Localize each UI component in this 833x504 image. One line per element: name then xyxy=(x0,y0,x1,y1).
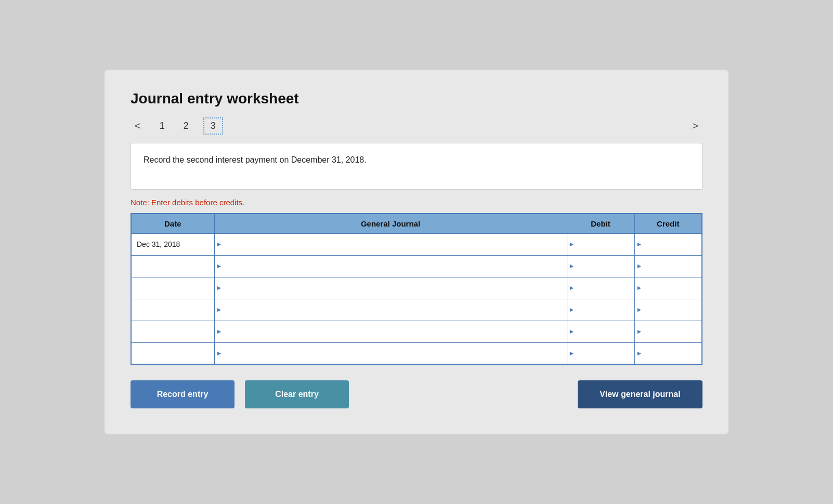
date-cell-5 xyxy=(131,321,214,342)
view-general-journal-button[interactable]: View general journal xyxy=(578,380,702,408)
debit-input-6[interactable] xyxy=(571,343,630,364)
journal-cell-4[interactable]: ► xyxy=(214,299,567,321)
cell-arrow-4: ► xyxy=(216,306,223,313)
date-cell-3 xyxy=(131,277,214,299)
credit-input-2[interactable] xyxy=(639,256,698,277)
journal-input-4[interactable] xyxy=(219,299,563,321)
tab-2[interactable]: 2 xyxy=(179,118,193,134)
debit-arrow-2: ► xyxy=(569,262,575,270)
debit-input-2[interactable] xyxy=(571,256,630,277)
journal-cell-3[interactable]: ► xyxy=(214,277,567,299)
tab-1[interactable]: 1 xyxy=(155,118,169,134)
debit-arrow-5: ► xyxy=(569,328,575,335)
table-header-row: Date General Journal Debit Credit xyxy=(131,214,702,234)
debit-input-3[interactable] xyxy=(571,277,630,299)
debit-arrow-3: ► xyxy=(569,284,575,291)
tab-3[interactable]: 3 xyxy=(203,117,223,135)
header-date: Date xyxy=(131,214,214,234)
credit-input-6[interactable] xyxy=(639,343,698,364)
credit-arrow-3: ► xyxy=(636,284,643,291)
date-cell-6 xyxy=(131,342,214,364)
journal-input-5[interactable] xyxy=(219,321,563,342)
debit-cell-3[interactable]: ► xyxy=(567,277,634,299)
header-debit: Debit xyxy=(567,214,634,234)
debit-input-4[interactable] xyxy=(571,299,630,321)
journal-input-1[interactable] xyxy=(219,234,563,255)
credit-cell-4[interactable]: ► xyxy=(634,299,702,321)
debit-cell-6[interactable]: ► xyxy=(567,342,634,364)
credit-arrow-1: ► xyxy=(636,241,643,248)
credit-cell-2[interactable]: ► xyxy=(634,255,702,277)
table-row: Dec 31, 2018 ► ► ► xyxy=(131,233,702,255)
journal-input-2[interactable] xyxy=(219,256,563,277)
table-row: ► ► ► xyxy=(131,255,702,277)
cell-arrow-6: ► xyxy=(216,350,223,357)
credit-cell-3[interactable]: ► xyxy=(634,277,702,299)
cell-arrow-2: ► xyxy=(216,262,223,270)
debit-cell-2[interactable]: ► xyxy=(567,255,634,277)
credit-cell-6[interactable]: ► xyxy=(634,342,702,364)
credit-arrow-2: ► xyxy=(636,262,643,270)
main-container: Journal entry worksheet < 1 2 3 > Record… xyxy=(105,70,728,435)
debit-cell-4[interactable]: ► xyxy=(567,299,634,321)
credit-arrow-6: ► xyxy=(636,350,643,357)
table-row: ► ► ► xyxy=(131,277,702,299)
instruction-text: Record the second interest payment on De… xyxy=(144,154,689,166)
journal-cell-2[interactable]: ► xyxy=(214,255,567,277)
instruction-box: Record the second interest payment on De… xyxy=(131,143,702,190)
prev-arrow[interactable]: < xyxy=(131,118,145,134)
table-row: ► ► ► xyxy=(131,342,702,364)
tab-nav: < 1 2 3 > xyxy=(131,117,702,135)
debit-cell-5[interactable]: ► xyxy=(567,321,634,342)
credit-input-5[interactable] xyxy=(639,321,698,342)
journal-cell-5[interactable]: ► xyxy=(214,321,567,342)
cell-arrow-3: ► xyxy=(216,284,223,291)
next-arrow[interactable]: > xyxy=(688,118,702,134)
date-cell-4 xyxy=(131,299,214,321)
header-general-journal: General Journal xyxy=(214,214,567,234)
debit-arrow-6: ► xyxy=(569,350,575,357)
credit-arrow-4: ► xyxy=(636,306,643,313)
note-text: Note: Enter debits before credits. xyxy=(131,198,702,207)
record-entry-button[interactable]: Record entry xyxy=(131,380,235,408)
debit-input-1[interactable] xyxy=(571,234,630,255)
date-cell-1: Dec 31, 2018 xyxy=(131,233,214,255)
journal-input-3[interactable] xyxy=(219,277,563,299)
credit-input-4[interactable] xyxy=(639,299,698,321)
journal-table: Date General Journal Debit Credit Dec 31… xyxy=(131,213,702,365)
cell-arrow-5: ► xyxy=(216,328,223,335)
header-credit: Credit xyxy=(634,214,702,234)
table-row: ► ► ► xyxy=(131,299,702,321)
credit-cell-1[interactable]: ► xyxy=(634,233,702,255)
debit-cell-1[interactable]: ► xyxy=(567,233,634,255)
journal-cell-6[interactable]: ► xyxy=(214,342,567,364)
debit-input-5[interactable] xyxy=(571,321,630,342)
date-cell-2 xyxy=(131,255,214,277)
cell-arrow-1: ► xyxy=(216,241,223,248)
buttons-row: Record entry Clear entry View general jo… xyxy=(131,380,702,408)
debit-arrow-4: ► xyxy=(569,306,575,313)
credit-input-3[interactable] xyxy=(639,277,698,299)
table-row: ► ► ► xyxy=(131,321,702,342)
clear-entry-button[interactable]: Clear entry xyxy=(245,380,349,408)
journal-input-6[interactable] xyxy=(219,343,563,364)
debit-arrow-1: ► xyxy=(569,241,575,248)
credit-arrow-5: ► xyxy=(636,328,643,335)
credit-cell-5[interactable]: ► xyxy=(634,321,702,342)
journal-cell-1[interactable]: ► xyxy=(214,233,567,255)
page-title: Journal entry worksheet xyxy=(131,90,702,107)
credit-input-1[interactable] xyxy=(639,234,698,255)
